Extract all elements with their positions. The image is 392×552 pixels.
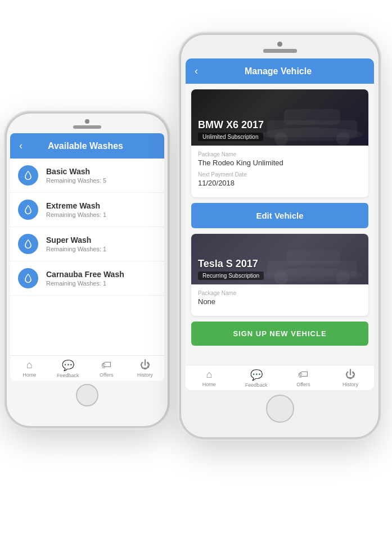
wash-remaining-basic: Remaining Washes: 5 xyxy=(46,177,106,184)
back-speaker xyxy=(73,125,101,129)
wash-icon-extreme xyxy=(18,200,38,220)
tesla-package-value: None xyxy=(198,297,362,306)
wash-icon-carnauba xyxy=(18,268,38,288)
back-nav-home[interactable]: ⌂ Home xyxy=(10,359,49,378)
back-arrow-icon[interactable]: ‹ xyxy=(19,140,22,152)
back-notch xyxy=(7,114,168,129)
edit-vehicle-button[interactable]: Edit Vehicle xyxy=(191,203,368,228)
tesla-image-area: Tesla S 2017 Recurring Subscription xyxy=(191,234,368,284)
feedback-icon: 💬 xyxy=(62,359,74,372)
bmw-details: Package Name The Rodeo King Unlimited Ne… xyxy=(191,146,368,197)
wash-remaining-extreme: Remaining Washes: 1 xyxy=(46,211,106,218)
tesla-title-overlay: Tesla S 2017 Recurring Subscription xyxy=(191,254,368,284)
bmw-title-overlay: BMW X6 2017 Unlimited Subscription xyxy=(191,115,368,146)
wash-item-extreme[interactable]: Extreme Wash Remaining Washes: 1 xyxy=(10,193,164,227)
front-home-icon: ⌂ xyxy=(206,369,212,381)
vehicle-card-bmw: BMW X6 2017 Unlimited Subscription Packa… xyxy=(191,89,368,197)
wash-icon-super xyxy=(18,234,38,254)
home-icon: ⌂ xyxy=(26,359,33,371)
back-nav-offers-label: Offers xyxy=(100,372,113,378)
front-nav-feedback[interactable]: 💬 Feedback xyxy=(233,369,280,388)
wash-list: Basic Wash Remaining Washes: 5 Extreme W… xyxy=(10,159,164,355)
wash-item-carnauba[interactable]: Carnauba Free Wash Remaining Washes: 1 xyxy=(10,261,164,296)
front-screen: ‹ Manage Vehicle xyxy=(186,58,374,390)
back-bottom-nav: ⌂ Home 💬 Feedback 🏷 Offers ⏻ History xyxy=(10,355,164,381)
wash-info-extreme: Extreme Wash Remaining Washes: 1 xyxy=(46,201,106,218)
wash-item-super[interactable]: Super Wash Remaining Washes: 1 xyxy=(10,227,164,261)
front-header-title: Manage Vehicle xyxy=(205,66,352,76)
back-header: ‹ Available Washes xyxy=(10,133,164,159)
phone-back: ‹ Available Washes Basic Wash Remaining … xyxy=(6,112,169,427)
back-nav-offers[interactable]: 🏷 Offers xyxy=(87,359,126,378)
back-nav-history[interactable]: ⏻ History xyxy=(126,359,165,378)
front-nav-history-label: History xyxy=(343,382,358,387)
front-notch xyxy=(181,35,379,53)
bmw-payment-label: Next Payment Date xyxy=(198,171,362,178)
phone-front: ‹ Manage Vehicle xyxy=(180,34,380,438)
wash-info-super: Super Wash Remaining Washes: 1 xyxy=(46,236,106,252)
back-header-title: Available Washes xyxy=(29,141,142,151)
bmw-package-label: Package Name xyxy=(198,151,362,157)
back-nav-history-label: History xyxy=(137,372,153,378)
front-speaker xyxy=(263,49,297,53)
offers-icon: 🏷 xyxy=(101,359,111,371)
front-home-button[interactable] xyxy=(266,395,294,423)
water-drop-icon-4 xyxy=(22,273,34,284)
front-feedback-icon: 💬 xyxy=(250,369,263,381)
front-header: ‹ Manage Vehicle xyxy=(186,58,374,84)
back-nav-feedback[interactable]: 💬 Feedback xyxy=(49,359,88,378)
front-bottom-nav: ⌂ Home 💬 Feedback 🏷 Offers ⏻ History xyxy=(186,365,374,390)
back-camera xyxy=(85,119,89,124)
front-nav-home-label: Home xyxy=(202,382,216,387)
wash-name-carnauba: Carnauba Free Wash xyxy=(46,270,124,279)
bmw-subscription-badge: Unlimited Subscription xyxy=(198,133,263,141)
bmw-name: BMW X6 2017 xyxy=(198,119,362,131)
wash-remaining-super: Remaining Washes: 1 xyxy=(46,246,106,252)
front-nav-offers[interactable]: 🏷 Offers xyxy=(280,369,327,388)
front-offers-icon: 🏷 xyxy=(298,369,308,381)
water-drop-icon-3 xyxy=(22,238,34,250)
front-history-icon: ⏻ xyxy=(345,369,355,381)
bmw-payment-value: 11/20/2018 xyxy=(198,179,362,187)
wash-name-basic: Basic Wash xyxy=(46,167,106,176)
scene: ‹ Available Washes Basic Wash Remaining … xyxy=(0,0,392,552)
tesla-subscription-badge: Recurring Subscription xyxy=(198,272,264,280)
back-screen: ‹ Available Washes Basic Wash Remaining … xyxy=(10,133,164,381)
tesla-name: Tesla S 2017 xyxy=(198,258,362,270)
wash-name-super: Super Wash xyxy=(46,236,106,245)
front-nav-history[interactable]: ⏻ History xyxy=(327,369,374,388)
wash-info-carnauba: Carnauba Free Wash Remaining Washes: 1 xyxy=(46,270,124,287)
bmw-image-area: BMW X6 2017 Unlimited Subscription xyxy=(191,89,368,146)
front-camera xyxy=(277,42,282,47)
signup-vehicle-button[interactable]: SIGN UP NEW VEHICLE xyxy=(191,322,368,346)
wash-icon-basic xyxy=(18,165,38,185)
vehicle-card-tesla: Tesla S 2017 Recurring Subscription Pack… xyxy=(191,234,368,316)
wash-name-extreme: Extreme Wash xyxy=(46,201,106,210)
back-nav-home-label: Home xyxy=(22,372,36,378)
back-nav-feedback-label: Feedback xyxy=(57,373,79,378)
wash-info-basic: Basic Wash Remaining Washes: 5 xyxy=(46,167,106,184)
front-nav-home[interactable]: ⌂ Home xyxy=(186,369,233,388)
manage-screen: BMW X6 2017 Unlimited Subscription Packa… xyxy=(186,84,374,365)
water-drop-icon xyxy=(22,170,34,181)
tesla-package-label: Package Name xyxy=(198,290,362,296)
front-nav-feedback-label: Feedback xyxy=(245,382,268,388)
wash-remaining-carnauba: Remaining Washes: 1 xyxy=(46,280,124,287)
front-back-arrow-icon[interactable]: ‹ xyxy=(195,65,198,77)
back-home-button[interactable] xyxy=(76,384,98,406)
bmw-package-value: The Rodeo King Unlimited xyxy=(198,159,362,167)
water-drop-icon-2 xyxy=(22,204,34,215)
front-nav-offers-label: Offers xyxy=(296,382,310,387)
history-icon: ⏻ xyxy=(140,359,150,371)
wash-item-basic[interactable]: Basic Wash Remaining Washes: 5 xyxy=(10,159,164,193)
tesla-details: Package Name None xyxy=(191,284,368,316)
